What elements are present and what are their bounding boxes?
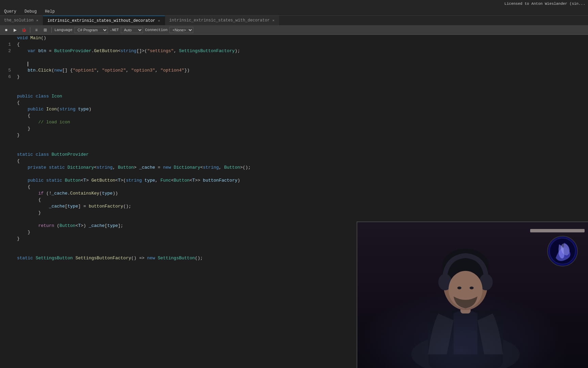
line-num-9: [0, 87, 11, 93]
line-num-1: [0, 35, 11, 41]
line-num-31: [0, 229, 11, 235]
webcam-overlay: [357, 221, 588, 368]
code-line-17: [17, 145, 588, 151]
code-line-7: [17, 80, 588, 87]
connection-select[interactable]: <None>: [169, 27, 193, 33]
menu-debug[interactable]: Debug: [23, 9, 38, 15]
line-num-3: 2: [0, 48, 11, 54]
line-num-18: [0, 145, 11, 151]
line-num-19: [0, 151, 11, 158]
line-num-28: [0, 210, 11, 216]
language-label: Language: [54, 28, 72, 32]
line-num-32: [0, 235, 11, 242]
line-num-20: [0, 158, 11, 164]
code-line-24: if (!_cache.ContainsKey(type)): [17, 190, 588, 197]
menu-bar: Query Debug Help: [0, 7, 588, 16]
line-num-2: 1: [0, 41, 11, 48]
line-num-44: [0, 313, 11, 320]
line-num-12: [0, 106, 11, 112]
code-line-25: {: [17, 197, 588, 203]
line-num-39: [0, 281, 11, 287]
line-num-22: [0, 171, 11, 177]
dotnet-select[interactable]: Auto .NET 6 .NET 7: [121, 27, 143, 33]
code-line-26: _cache[type] = buttonFactory();: [17, 203, 588, 210]
tab-intrinsic-without[interactable]: intrinsic_extrinsic_states_without_decor…: [43, 16, 165, 25]
line-num-23: [0, 177, 11, 184]
line-num-16: [0, 132, 11, 138]
webcam-content: [357, 222, 588, 368]
connection-label: Connection: [145, 28, 167, 32]
shelf: [530, 229, 585, 232]
view-btn2[interactable]: ⊞: [42, 27, 49, 33]
title-bar: Licensed to Anton Wieslander (sin...: [0, 0, 588, 7]
line-num-25: [0, 190, 11, 197]
code-line-12: {: [17, 112, 588, 119]
code-line-2: {: [17, 41, 588, 48]
code-line-9: public class Icon: [17, 93, 588, 99]
code-line-4: [17, 54, 588, 61]
code-line-27: }: [17, 210, 588, 216]
tabs-bar: the_solution ✕ intrinsic_extrinsic_state…: [0, 16, 588, 25]
code-line-22: public static Button<T> GetButton<T>(str…: [17, 177, 588, 184]
code-line-19: {: [17, 158, 588, 164]
code-line-11: public Icon(string type): [17, 106, 588, 112]
tab-close-intrinsic-without[interactable]: ✕: [157, 18, 161, 23]
line-num-36: [0, 261, 11, 268]
toolbar: ■ ▶ 🐞 ≡ ⊞ Language C# Program C# Stateme…: [0, 25, 588, 35]
code-line-15: }: [17, 132, 588, 138]
code-line-21: [17, 171, 588, 177]
code-line-23: {: [17, 184, 588, 190]
line-num-11: [0, 99, 11, 106]
line-num-15: [0, 125, 11, 132]
title-text: Licensed to Anton Wieslander (sin...: [504, 2, 585, 6]
line-num-50: [0, 352, 11, 358]
line-num-42: [0, 300, 11, 307]
brand-logo: [547, 236, 578, 266]
stop-btn[interactable]: ■: [3, 27, 10, 33]
line-num-38: [0, 274, 11, 281]
line-num-27: [0, 203, 11, 210]
code-line-6: }: [17, 74, 588, 80]
tab-intrinsic-with[interactable]: intrinsic_extrinsic_states_with_decorato…: [165, 16, 279, 25]
tab-label: the_solution: [4, 18, 33, 23]
line-num-48: [0, 339, 11, 346]
logo-svg: [549, 237, 576, 265]
line-num-4: [0, 54, 11, 61]
line-num-47: [0, 333, 11, 339]
line-num-41: [0, 294, 11, 300]
code-line-cursor: [17, 61, 588, 67]
line-num-8: [0, 80, 11, 87]
line-num-10: [0, 93, 11, 99]
line-num-46: [0, 326, 11, 333]
line-num-35: [0, 255, 11, 261]
line-numbers: 1 2 5 6: [0, 35, 14, 368]
tab-close-the-solution[interactable]: ✕: [35, 18, 39, 23]
code-line-10: {: [17, 99, 588, 106]
line-num-40: [0, 287, 11, 294]
menu-help[interactable]: Help: [44, 9, 56, 15]
line-num-21: [0, 164, 11, 171]
line-num-45: [0, 320, 11, 326]
code-line-16: [17, 138, 588, 145]
tab-the-solution[interactable]: the_solution ✕: [0, 16, 43, 25]
line-num-5: [0, 61, 11, 67]
line-num-13: [0, 112, 11, 119]
line-num-17: [0, 138, 11, 145]
line-num-33: [0, 242, 11, 248]
code-line-14: }: [17, 125, 588, 132]
line-num-34: [0, 248, 11, 255]
code-line-13: // load icon: [17, 119, 588, 125]
debug-btn[interactable]: 🐞: [20, 27, 27, 33]
view-btn1[interactable]: ≡: [33, 27, 40, 33]
separator1: [30, 27, 30, 33]
run-btn[interactable]: ▶: [12, 27, 18, 33]
code-line-5: btn.Click(new[] {"option1", "option2", "…: [17, 67, 588, 74]
language-select[interactable]: C# Program C# Statement SQL: [75, 27, 108, 33]
menu-query[interactable]: Query: [3, 9, 18, 15]
code-line-1: void Main(): [17, 35, 588, 41]
line-num-26: [0, 197, 11, 203]
light-effect: [357, 280, 588, 368]
tab-close-intrinsic-with[interactable]: ✕: [272, 18, 275, 23]
tab-label: intrinsic_extrinsic_states_without_decor…: [47, 18, 155, 23]
line-num-7: 6: [0, 74, 11, 80]
